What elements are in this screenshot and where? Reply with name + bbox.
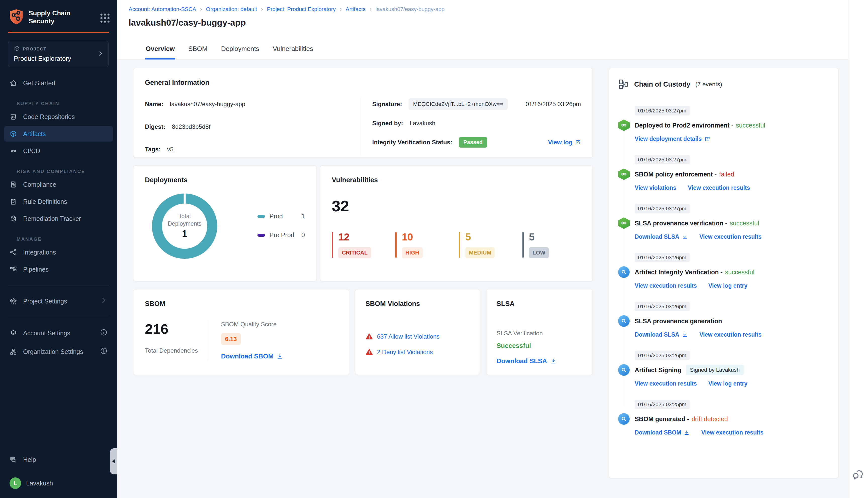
download-sbom-link[interactable]: Download SBOM bbox=[635, 429, 690, 436]
page-title: lavakush07/easy-buggy-app bbox=[129, 17, 868, 28]
severity-badge: HIGH bbox=[402, 247, 423, 258]
tab-vulnerabilities[interactable]: Vulnerabilities bbox=[272, 38, 314, 60]
event-timestamp: 01/16/2025 03:27pm bbox=[635, 106, 690, 116]
view-violations-link[interactable]: View violations bbox=[635, 184, 676, 191]
main-area: Account: Automation-SSCA › Organization:… bbox=[117, 0, 868, 498]
tab-bar: Overview SBOM Deployments Vulnerabilitie… bbox=[117, 38, 868, 60]
warning-icon bbox=[365, 333, 373, 340]
sidebar-item-remediation-tracker[interactable]: Remediation Tracker bbox=[4, 211, 113, 226]
view-log-entry-link[interactable]: View log entry bbox=[709, 380, 748, 387]
breadcrumb-account[interactable]: Account: Automation-SSCA bbox=[129, 6, 196, 13]
view-execution-results-link[interactable]: View execution results bbox=[635, 380, 697, 387]
digest-label: Digest: bbox=[145, 123, 165, 130]
slsa-card: SLSA SLSA Verification Successful Downlo… bbox=[486, 289, 593, 375]
sidebar-collapse-handle[interactable] bbox=[110, 448, 117, 474]
sidebar-item-integrations[interactable]: Integrations bbox=[4, 245, 113, 260]
prod-count: 1 bbox=[301, 213, 305, 220]
severity-medium: 5 MEDIUM bbox=[459, 232, 498, 258]
avatar: L bbox=[10, 477, 21, 489]
signature-value[interactable]: MEQCICde2VjIT...bL+2+mqnOXw== bbox=[409, 99, 508, 110]
tab-sbom[interactable]: SBOM bbox=[188, 38, 208, 60]
view-execution-results-link[interactable]: View execution results bbox=[699, 233, 762, 240]
view-execution-results-link[interactable]: View execution results bbox=[688, 184, 750, 191]
card-title: Deployments bbox=[145, 176, 305, 184]
card-title: SBOM Violations bbox=[365, 300, 470, 308]
breadcrumb-separator: › bbox=[261, 6, 263, 13]
signed-by-label: Signed by: bbox=[372, 120, 403, 127]
event-timestamp: 01/16/2025 03:27pm bbox=[635, 204, 690, 213]
sidebar-item-compliance[interactable]: Compliance bbox=[4, 177, 113, 192]
event-status: failed bbox=[719, 171, 734, 178]
user-menu[interactable]: L Lavakush bbox=[4, 477, 113, 489]
events-count: (7 events) bbox=[696, 81, 722, 88]
pipelines-icon bbox=[10, 265, 17, 273]
svg-text:?: ? bbox=[13, 457, 14, 460]
project-label: PROJECT bbox=[23, 47, 47, 52]
breadcrumb-organization[interactable]: Organization: default bbox=[206, 6, 257, 13]
download-icon bbox=[550, 358, 557, 365]
custody-timeline: 01/16/2025 03:27pm ∞ Deployed to Prod2 e… bbox=[618, 106, 829, 436]
compliance-doc-icon bbox=[10, 181, 17, 188]
download-icon bbox=[684, 430, 690, 436]
info-icon[interactable] bbox=[100, 347, 107, 356]
download-slsa-link[interactable]: Download SLSA bbox=[635, 233, 688, 240]
chat-feedback-icon[interactable] bbox=[852, 468, 865, 482]
sidebar-item-cicd[interactable]: CI/CD bbox=[4, 143, 113, 159]
integrity-status-label: Integrity Verification Status: bbox=[372, 139, 452, 146]
breadcrumb-artifacts[interactable]: Artifacts bbox=[346, 6, 365, 13]
custody-event: 01/16/2025 03:25pm SBOM generated -drift… bbox=[618, 399, 829, 436]
pipeline-icon: ∞ bbox=[618, 218, 630, 229]
card-title: SBOM bbox=[145, 300, 337, 308]
scs-scan-icon bbox=[618, 413, 630, 425]
help-chat-icon: ? bbox=[10, 456, 17, 463]
vulnerabilities-total: 32 bbox=[332, 197, 581, 215]
artifact-digest: 8d23bd3b5d8f bbox=[172, 123, 210, 130]
app-switcher-icon[interactable] bbox=[101, 14, 109, 23]
severity-badge: MEDIUM bbox=[465, 247, 495, 258]
event-title: SLSA provenance generation bbox=[635, 317, 722, 325]
quality-score-label: SBOM Quality Score bbox=[221, 321, 283, 328]
tab-overview[interactable]: Overview bbox=[145, 38, 175, 60]
tab-deployments[interactable]: Deployments bbox=[221, 38, 260, 60]
view-log-link[interactable]: View log bbox=[548, 139, 581, 146]
sbom-violations-card: SBOM Violations 637 Allow list Violation… bbox=[355, 289, 480, 375]
event-title: SLSA provenance verification -successful bbox=[635, 220, 759, 227]
sidebar-item-organization-settings[interactable]: Organization Settings bbox=[4, 344, 113, 359]
integrations-share-icon bbox=[10, 249, 17, 256]
allow-list-violations-link[interactable]: 637 Allow list Violations bbox=[377, 333, 440, 340]
sbom-card: SBOM 216 Total Dependencies SBOM Quality… bbox=[133, 289, 349, 375]
divider bbox=[208, 321, 208, 360]
artifacts-cube-icon bbox=[10, 130, 17, 137]
download-sbom-link[interactable]: Download SBOM bbox=[221, 352, 283, 360]
sidebar-nav: Get Started SUPPLY CHAIN Code Repositori… bbox=[0, 74, 117, 279]
sidebar-item-help[interactable]: ? Help bbox=[4, 452, 113, 467]
sidebar-item-project-settings[interactable]: Project Settings bbox=[4, 293, 113, 309]
download-slsa-link[interactable]: Download SLSA bbox=[496, 357, 582, 365]
project-selector[interactable]: PROJECT Product Exploratory bbox=[8, 41, 108, 67]
event-title: Deployed to Prod2 environment -successfu… bbox=[635, 122, 765, 129]
project-cube-icon bbox=[14, 45, 20, 53]
view-deployment-details-link[interactable]: View deployment details bbox=[635, 135, 710, 142]
sidebar-item-rule-definitions[interactable]: Rule Definitions bbox=[4, 194, 113, 209]
view-execution-results-link[interactable]: View execution results bbox=[635, 283, 697, 289]
sidebar-item-get-started[interactable]: Get Started bbox=[4, 75, 113, 91]
deny-list-violations-link[interactable]: 2 Deny list Violations bbox=[377, 349, 433, 356]
breadcrumb-project[interactable]: Project: Product Exploratory bbox=[267, 6, 336, 13]
legend-item-pre-prod: Pre Prod 0 bbox=[257, 232, 305, 239]
user-name: Lavakush bbox=[26, 480, 53, 487]
sidebar-item-account-settings[interactable]: Account Settings bbox=[4, 325, 113, 341]
view-log-entry-link[interactable]: View log entry bbox=[709, 283, 748, 289]
view-execution-results-link[interactable]: View execution results bbox=[699, 331, 762, 338]
brand-accent-rule bbox=[8, 31, 109, 33]
sidebar-item-artifacts[interactable]: Artifacts bbox=[4, 126, 113, 142]
total-deployments-value: 1 bbox=[182, 228, 187, 239]
chevron-right-icon bbox=[100, 297, 107, 306]
download-slsa-link[interactable]: Download SLSA bbox=[635, 331, 688, 338]
info-icon[interactable] bbox=[100, 329, 107, 338]
signed-by-badge: Signed by Lavakush bbox=[686, 365, 744, 375]
brand-title: Supply Chain Security bbox=[29, 9, 70, 25]
sidebar-item-pipelines[interactable]: Pipelines bbox=[4, 262, 113, 277]
view-execution-results-link[interactable]: View execution results bbox=[701, 429, 764, 436]
sidebar-item-code-repositories[interactable]: Code Repositories bbox=[4, 109, 113, 124]
sidebar-footer: ? Help L Lavakush bbox=[0, 450, 117, 498]
